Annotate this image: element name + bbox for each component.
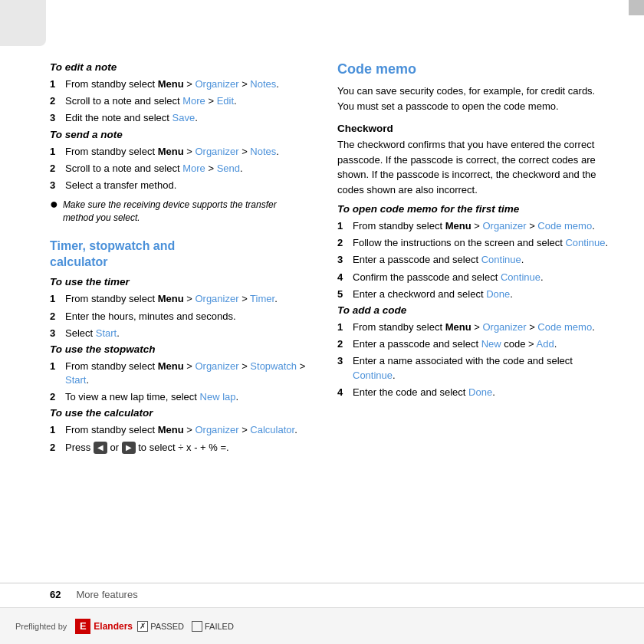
section-use-timer: To use the timer 1 From standby select M… [50,276,307,340]
section-use-stopwatch: To use the stopwatch 1 From standby sele… [50,343,307,405]
list-item: 1 From standby select Menu > Organizer >… [50,292,307,306]
section-heading-edit-note: To edit a note [50,61,307,73]
logo-letter: E [80,620,87,632]
passed-badge: ✗ PASSED [137,621,184,632]
use-calculator-list: 1 From standby select Menu > Organizer >… [50,423,307,454]
list-item: 1 From standby select Menu > Organizer >… [50,77,307,91]
list-item: 4 Enter the code and select Done. [337,386,613,399]
list-item: 3 Edit the note and select Save. [50,111,307,125]
section-add-code: To add a code 1 From standby select Menu… [337,304,613,399]
elanders-logo: E Elanders [75,619,133,634]
note-icon: ● [50,197,58,211]
passed-label: PASSED [150,622,184,631]
section-code-memo: Code memo You can save security codes, f… [337,61,613,399]
logo-name: Elanders [94,621,133,632]
list-item: 1 From standby select Menu > Organizer >… [50,423,307,437]
list-item: 3 Enter a name associated with the code … [337,354,613,382]
code-memo-intro: You can save security codes, for example… [337,84,613,113]
bottom-bar: Preflighted by E Elanders ✗ PASSED FAILE… [0,607,644,644]
corner-decoration-left [0,0,46,46]
section-open-code-memo: To open code memo for the first time 1 F… [337,203,613,301]
checkword-text: The checkword confirms that you have ent… [337,137,613,197]
left-column: To edit a note 1 From standby select Men… [0,46,322,606]
logo-square: E [75,619,90,634]
list-item: 2 Follow the instructions on the screen … [337,236,613,250]
add-code-list: 1 From standby select Menu > Organizer >… [337,320,613,399]
heading-add-code: To add a code [337,304,613,316]
section-use-calculator: To use the calculator 1 From standby sel… [50,407,307,454]
list-item: 3 Enter a passcode and select Continue. [337,253,613,267]
list-item: 4 Confirm the passcode and select Contin… [337,271,613,284]
footer-label: More features [76,589,137,600]
edit-note-list: 1 From standby select Menu > Organizer >… [50,77,307,126]
corner-decoration-right [629,0,644,15]
section-heading-send-note: To send a note [50,129,307,140]
use-stopwatch-list: 1 From standby select Menu > Organizer >… [50,360,307,405]
list-item: 5 Enter a checkword and select Done. [337,288,613,301]
list-item: 2 Scroll to a note and select More > Sen… [50,162,307,176]
list-item: 2 Enter a passcode and select New code >… [337,337,613,351]
list-item: 3 Select a transfer method. [50,179,307,192]
preflight-text: Preflighted by [15,622,67,631]
section-send-note: To send a note 1 From standby select Men… [50,129,307,225]
list-item: 2 Press ◀ or ▶ to select ÷ x - + % =. [50,441,307,455]
section-timer-stopwatch-calculator: Timer, stopwatch andcalculator To use th… [50,238,307,455]
heading-use-stopwatch: To use the stopwatch [50,343,307,355]
heading-use-calculator: To use the calculator [50,407,307,419]
note-text: Make sure the receiving device supports … [63,199,307,225]
list-item: 1 From standby select Menu > Organizer >… [337,219,613,233]
list-item: 2 To view a new lap time, select New lap… [50,390,307,404]
use-timer-list: 1 From standby select Menu > Organizer >… [50,292,307,340]
failed-checkbox [192,621,202,632]
list-item: 1 From standby select Menu > Organizer >… [50,360,307,387]
page-container: To edit a note 1 From standby select Men… [0,0,644,644]
page-number: 62 [50,589,61,600]
send-note-list: 1 From standby select Menu > Organizer >… [50,145,307,193]
passed-checkbox: ✗ [137,621,148,632]
open-code-memo-list: 1 From standby select Menu > Organizer >… [337,219,613,301]
failed-badge: FAILED [192,621,234,632]
page-footer: 62 More features [0,583,644,606]
heading-use-timer: To use the timer [50,276,307,288]
section-edit-note: To edit a note 1 From standby select Men… [50,61,307,126]
checkword-heading: Checkword [337,123,613,134]
heading-open-code-memo: To open code memo for the first time [337,203,613,215]
timer-section-title: Timer, stopwatch andcalculator [50,238,307,271]
list-item: 1 From standby select Menu > Organizer >… [50,145,307,159]
list-item: 2 Enter the hours, minutes and seconds. [50,310,307,324]
main-content: To edit a note 1 From standby select Men… [0,46,644,606]
list-item: 3 Select Start. [50,327,307,340]
list-item: 2 Scroll to a note and select More > Edi… [50,94,307,108]
failed-label: FAILED [205,622,234,631]
right-column: Code memo You can save security codes, f… [322,46,644,606]
note-block: ● Make sure the receiving device support… [50,199,307,225]
list-item: 1 From standby select Menu > Organizer >… [337,320,613,334]
code-memo-title: Code memo [337,61,613,77]
